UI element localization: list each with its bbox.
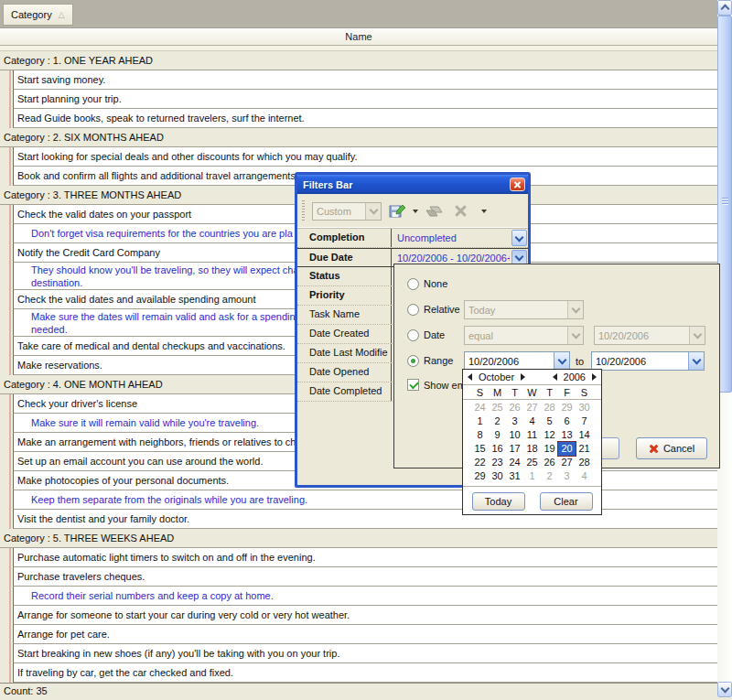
calendar-day[interactable]: 4 — [576, 469, 593, 483]
task-row[interactable]: If traveling by car, get the car checked… — [13, 663, 717, 683]
radio-date[interactable] — [407, 329, 419, 341]
clear-button[interactable]: Clear — [540, 492, 593, 511]
task-row[interactable]: Purchase automatic light timers to switc… — [13, 548, 717, 567]
combo-dropdown-button[interactable] — [554, 352, 569, 370]
calendar-day[interactable]: 27 — [523, 401, 541, 415]
calendar-day[interactable]: 26 — [506, 401, 523, 415]
calendar-day[interactable]: 11 — [523, 428, 541, 442]
calendar-day[interactable]: 4 — [523, 415, 541, 428]
calendar-day[interactable]: 1 — [471, 415, 489, 428]
radio-range[interactable] — [407, 355, 419, 367]
scroll-down-button[interactable] — [717, 682, 732, 697]
more-options-caret-icon[interactable] — [481, 210, 487, 213]
radio-relative[interactable] — [407, 304, 419, 316]
chevron-down-icon — [692, 356, 701, 365]
task-row[interactable]: Start planning your trip. — [13, 90, 717, 109]
dialog-titlebar[interactable]: Filters Bar — [297, 175, 528, 194]
calendar-day[interactable]: 31 — [506, 469, 523, 483]
calendar-day[interactable]: 27 — [558, 456, 576, 469]
calendar-day[interactable]: 5 — [541, 415, 558, 428]
calendar-day[interactable]: 30 — [576, 401, 593, 415]
task-row[interactable]: Arrange for pet care. — [13, 625, 717, 644]
range-to-combo[interactable]: 10/20/2006 — [591, 351, 705, 371]
next-year-icon[interactable] — [592, 373, 597, 381]
calendar-day[interactable]: 29 — [471, 469, 489, 483]
relative-date-combo[interactable]: Today — [464, 300, 584, 319]
calendar-day[interactable]: 7 — [576, 415, 593, 428]
category-sort-button[interactable]: Category △ — [3, 4, 73, 26]
delete-filter-button[interactable] — [449, 200, 471, 222]
calendar-day[interactable]: 6 — [558, 415, 576, 428]
filter-value-cell[interactable]: Uncompleted — [392, 229, 528, 247]
calendar-day[interactable]: 21 — [576, 442, 593, 456]
calendar-day[interactable]: 25 — [523, 456, 541, 469]
close-button[interactable] — [510, 178, 525, 191]
show-empty-checkbox[interactable] — [407, 379, 419, 391]
combo-dropdown-button[interactable] — [365, 203, 381, 220]
calendar-day[interactable]: 24 — [471, 401, 489, 415]
combo-dropdown-button[interactable] — [567, 327, 583, 344]
calendar-day[interactable]: 3 — [558, 469, 576, 483]
calendar-day[interactable]: 3 — [506, 415, 523, 428]
cancel-button[interactable]: Cancel — [636, 437, 707, 459]
task-row[interactable]: Visit the dentist and your family doctor… — [13, 510, 717, 529]
calendar-day[interactable]: 25 — [489, 401, 506, 415]
calendar-day[interactable]: 23 — [489, 456, 506, 469]
saved-filter-combo[interactable]: Custom — [312, 202, 382, 221]
toolbar-grip-handle[interactable] — [302, 200, 305, 222]
calendar-day[interactable]: 28 — [541, 401, 558, 415]
day-of-week-label: T — [541, 387, 558, 398]
save-filter-button[interactable] — [386, 200, 408, 222]
calendar-day[interactable]: 22 — [471, 456, 489, 469]
task-row[interactable]: Arrange for someone to start your car du… — [13, 606, 717, 625]
next-month-icon[interactable] — [521, 373, 525, 381]
calendar-day[interactable]: 2 — [489, 415, 506, 428]
today-button[interactable]: Today — [472, 492, 525, 511]
calendar-day[interactable]: 16 — [489, 442, 506, 456]
scroll-up-button[interactable] — [717, 0, 732, 16]
category-row[interactable]: Category : 1. ONE YEAR AHEAD — [0, 51, 717, 70]
task-row[interactable]: Start saving money. — [13, 70, 717, 90]
calendar-day[interactable]: 18 — [523, 442, 541, 456]
calendar-day[interactable]: 17 — [506, 442, 523, 456]
category-row[interactable]: Category : 5. THREE WEEKS AHEAD — [0, 529, 717, 548]
combo-dropdown-button[interactable] — [689, 327, 705, 344]
calendar-day[interactable]: 12 — [541, 428, 558, 442]
previous-year-icon[interactable] — [553, 373, 557, 381]
category-row[interactable]: Category : 2. SIX MONTHS AHEAD — [0, 128, 717, 147]
radio-none[interactable] — [407, 278, 419, 290]
calendar-day[interactable]: 15 — [471, 442, 489, 456]
calendar-day[interactable]: 29 — [558, 401, 576, 415]
calendar-day[interactable]: 19 — [541, 442, 558, 456]
calendar-day[interactable]: 2 — [541, 469, 558, 483]
task-row[interactable]: Start breaking in new shoes (if any) you… — [13, 644, 717, 663]
save-options-caret-icon[interactable] — [413, 210, 418, 213]
combo-dropdown-button[interactable] — [567, 301, 583, 318]
comment-row[interactable]: Keep them separate from the originals wh… — [13, 490, 717, 510]
calendar-day[interactable]: 1 — [523, 469, 541, 483]
date-operator-combo[interactable]: equal — [464, 326, 584, 345]
calendar-day[interactable]: 24 — [506, 456, 523, 469]
calendar-day[interactable]: 26 — [541, 456, 558, 469]
filter-dropdown-button[interactable] — [511, 230, 527, 246]
calendar-day-headers: SMTWTFS — [463, 385, 601, 400]
name-column-header[interactable]: Name — [0, 28, 717, 46]
comment-row[interactable]: Record their serial numbers and keep a c… — [13, 587, 717, 606]
calendar-day[interactable]: 9 — [489, 428, 506, 442]
task-row[interactable]: Purchase travelers cheques. — [13, 567, 717, 587]
previous-month-icon[interactable] — [468, 373, 472, 381]
calendar-day[interactable]: 28 — [576, 456, 593, 469]
calendar-day[interactable]: 8 — [471, 428, 489, 442]
range-from-combo[interactable]: 10/20/2006 — [464, 351, 570, 371]
task-row[interactable]: Read Guide books, speak to returned trav… — [13, 109, 717, 128]
calendar-day-selected[interactable]: 20 — [558, 442, 576, 456]
clear-filter-button[interactable] — [423, 200, 445, 222]
date-value-combo[interactable]: 10/20/2006 — [594, 326, 705, 345]
calendar-day[interactable]: 30 — [489, 469, 506, 483]
calendar-day[interactable]: 14 — [576, 428, 593, 442]
calendar-day[interactable]: 13 — [558, 428, 576, 442]
task-row[interactable]: Start looking for special deals and othe… — [13, 147, 717, 167]
combo-dropdown-button[interactable] — [688, 352, 704, 370]
calendar-day[interactable]: 10 — [506, 428, 523, 442]
filter-row[interactable]: CompletionUncompleted — [297, 229, 528, 248]
